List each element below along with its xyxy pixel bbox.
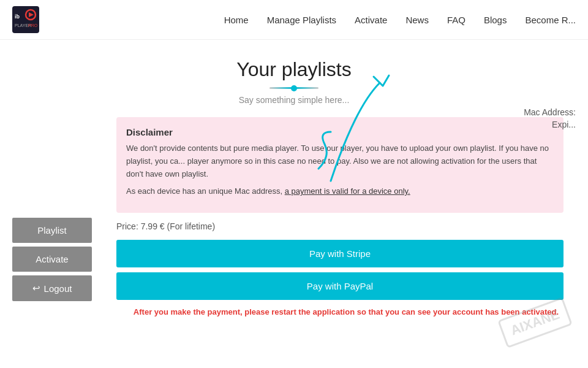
logo-icon: ib PLAYER PRO [12,6,39,33]
page-subtitle: Say something simple here... [12,95,576,105]
disclaimer-link[interactable]: a payment is valid for a device only. [285,186,410,196]
nav-manage-playlists[interactable]: Manage Playlists [267,15,336,25]
disclaimer-text: We don't provide contents but pure media… [126,142,554,180]
header: ib PLAYER PRO Home Manage Playlists Acti… [0,0,588,40]
svg-text:PRO: PRO [28,23,38,28]
activate-button[interactable]: Activate [12,247,92,272]
expiry-label: Expi... [524,120,576,129]
logout-label: Logout [44,283,72,294]
price-label: Price: [116,221,138,231]
mac-address-label: Mac Address: [524,107,576,117]
main-nav: Home Manage Playlists Activate News FAQ … [224,15,576,25]
logout-button[interactable]: ↩ Logout [12,275,92,301]
svg-rect-0 [12,6,39,33]
price-value: 7.99 € (For lifetime) [141,221,215,231]
nav-become-r[interactable]: Become R... [525,15,576,25]
disclaimer-link-text: As each device has an unique Mac address… [126,185,554,198]
nav-home[interactable]: Home [224,15,249,25]
nav-activate[interactable]: Activate [355,15,387,25]
sidebar: Playlist Activate ↩ Logout [12,218,92,301]
pay-paypal-button[interactable]: Pay with PayPal [116,272,564,300]
nav-blogs[interactable]: Blogs [484,15,507,25]
divider-dot [291,85,297,91]
logout-icon: ↩ [32,283,40,294]
payment-section: Pay with Stripe Pay with PayPal [116,240,564,300]
page-title: Your playlists [12,58,576,81]
nav-news[interactable]: News [405,15,429,25]
pay-stripe-button[interactable]: Pay with Stripe [116,240,564,267]
disclaimer-box: Disclaimer We don't provide contents but… [116,117,564,213]
playlist-button[interactable]: Playlist [12,218,92,243]
svg-text:ib: ib [15,13,20,20]
mac-address-area: Mac Address: Expi... [524,107,576,129]
nav-faq[interactable]: FAQ [447,15,466,25]
title-divider [12,87,576,89]
disclaimer-title: Disclaimer [126,127,554,137]
logo-area: ib PLAYER PRO [12,6,39,33]
price-section: Price: 7.99 € (For lifetime) [116,221,576,231]
divider-line [270,87,318,89]
main-content: Your playlists Say something simple here… [0,40,588,331]
